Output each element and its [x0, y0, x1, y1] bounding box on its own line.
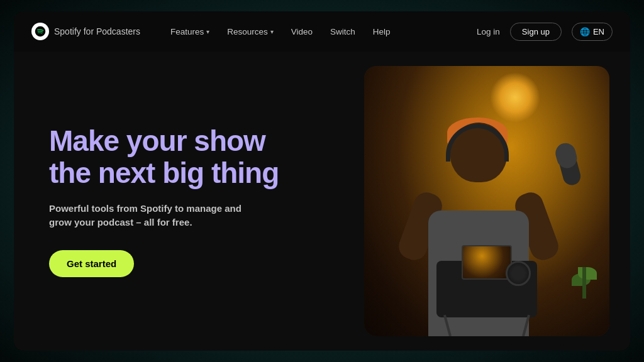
hero-bg: [364, 66, 609, 336]
nav-links: Features ▾ Resources ▾ Video Switch Help: [170, 27, 477, 36]
camera-body: [436, 261, 537, 317]
tripod-right: [522, 315, 530, 336]
navbar: Spotify for Podcasters Features ▾ Resour…: [14, 11, 630, 52]
hero-right: [353, 52, 630, 351]
camera-lens: [506, 261, 531, 286]
nav-resources[interactable]: Resources ▾: [227, 27, 274, 36]
nav-help[interactable]: Help: [373, 27, 391, 36]
logo-area: Spotify for Podcasters: [31, 23, 140, 40]
nav-right: Log in Sign up 🌐 EN: [477, 23, 613, 41]
lang-label: EN: [593, 27, 604, 36]
globe-icon: 🌐: [580, 27, 590, 36]
resources-chevron-icon: ▾: [270, 28, 274, 35]
camera: [424, 242, 550, 336]
hero-subtitle: Powerful tools from Spotify to manage an…: [49, 202, 250, 230]
plant: [572, 248, 597, 299]
login-button[interactable]: Log in: [477, 27, 500, 36]
plant-stem: [582, 267, 586, 299]
browser-window: Spotify for Podcasters Features ▾ Resour…: [14, 11, 630, 351]
get-started-button[interactable]: Get started: [49, 250, 134, 277]
plant-leaf-2: [578, 267, 597, 280]
spotify-logo-icon: [31, 23, 49, 40]
camera-screen: [462, 245, 512, 280]
nav-features[interactable]: Features ▾: [170, 27, 209, 36]
hero-image: [364, 66, 609, 336]
hero-title: Make your show the next big thing: [49, 125, 323, 189]
features-chevron-icon: ▾: [206, 28, 209, 35]
main-content: Make your show the next big thing Powerf…: [14, 52, 630, 351]
signup-button[interactable]: Sign up: [510, 23, 562, 41]
nav-video[interactable]: Video: [291, 27, 313, 36]
brand-name: Spotify for Podcasters: [54, 26, 140, 36]
nav-switch[interactable]: Switch: [330, 27, 355, 36]
page-wrapper: Spotify for Podcasters Features ▾ Resour…: [0, 0, 644, 362]
hero-left: Make your show the next big thing Powerf…: [14, 52, 353, 351]
tripod-left: [443, 315, 452, 336]
language-button[interactable]: 🌐 EN: [572, 23, 613, 41]
